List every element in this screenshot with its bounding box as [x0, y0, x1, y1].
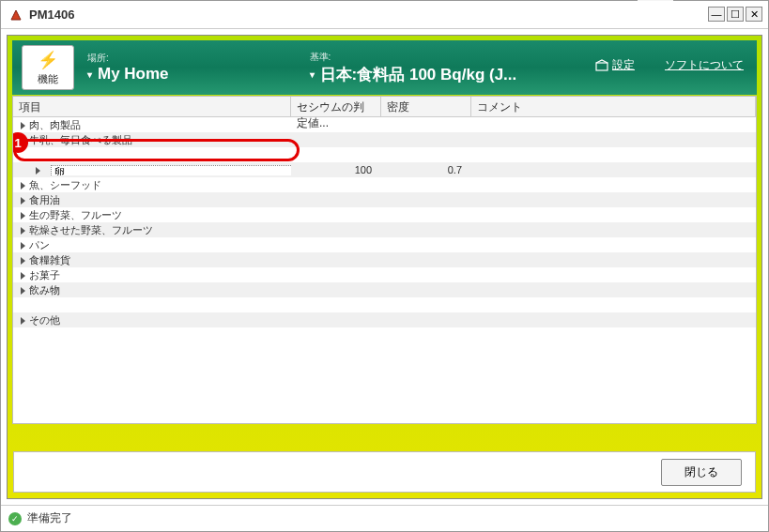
table-row[interactable]: 牛乳、毎日食べる製品: [13, 132, 756, 147]
table-row[interactable]: 食用油: [13, 192, 756, 207]
about-link[interactable]: ソフトについて: [665, 57, 744, 73]
standard-dropdown[interactable]: ▾ 日本:食料品 100 Bq/kg (J...: [310, 64, 517, 85]
table-row[interactable]: その他: [13, 312, 756, 327]
expand-icon: [21, 182, 25, 190]
table-row[interactable]: 魚、シーフッド: [13, 177, 756, 192]
cell-item: お菓子: [13, 268, 291, 282]
table-row[interactable]: パン: [13, 237, 756, 252]
expand-icon: [21, 257, 25, 265]
item-label: 飲み物: [29, 284, 60, 296]
cell-density: 0.7: [381, 164, 471, 175]
location-label: 場所:: [87, 52, 169, 65]
item-label: 乾燥させた野菜、フルーツ: [29, 224, 153, 236]
svg-rect-0: [596, 63, 608, 70]
table-row[interactable]: [13, 147, 756, 162]
cell-cesium: 100: [291, 164, 381, 175]
item-label: 肉、肉製品: [29, 119, 81, 130]
cell-item: 牛乳、毎日食べる製品: [13, 133, 291, 147]
table-row[interactable]: 乾燥させた野菜、フルーツ: [13, 222, 756, 237]
app-icon: [8, 8, 23, 23]
table-row[interactable]: [13, 297, 756, 312]
cell-item: 飲み物: [13, 283, 291, 297]
cell-item: 生の野菜、フルーツ: [13, 208, 291, 222]
cell-item: パン: [13, 238, 291, 252]
cell-item: [13, 164, 291, 175]
box-icon: [595, 59, 608, 72]
item-edit-input[interactable]: [51, 165, 291, 175]
statusbar: ✓ 準備完了: [1, 505, 768, 531]
item-label: 魚、シーフッド: [29, 179, 101, 190]
expand-icon: [21, 122, 25, 129]
column-density[interactable]: 密度: [381, 97, 471, 116]
status-ok-icon: ✓: [8, 512, 22, 525]
expand-icon: [21, 197, 25, 205]
expand-icon: [21, 287, 25, 295]
expand-icon: [21, 242, 25, 250]
function-label: 機能: [38, 72, 58, 86]
bottom-bar: 閉じる: [13, 451, 756, 493]
location-value: My Home: [98, 65, 169, 84]
location-dropdown[interactable]: ▾ My Home: [87, 65, 169, 84]
function-button[interactable]: ⚡ 機能: [22, 45, 74, 90]
cell-item: 乾燥させた野菜、フルーツ: [13, 223, 291, 237]
window-title: PM1406: [29, 8, 74, 22]
close-window-button[interactable]: ✕: [746, 7, 762, 22]
status-text: 準備完了: [27, 510, 72, 526]
item-label: お菓子: [29, 269, 60, 281]
table-row[interactable]: 肉、肉製品: [13, 117, 756, 132]
expand-icon: [21, 272, 25, 280]
caret-down-icon: ▾: [87, 69, 92, 80]
cell-item: 食糧雑貨: [13, 253, 291, 267]
minimize-button[interactable]: —: [708, 7, 725, 22]
maximize-button[interactable]: ☐: [727, 7, 744, 22]
cell-item: その他: [13, 313, 291, 327]
header-band: ⚡ 機能 場所: ▾ My Home 基準: ▾ 日本:食料品 100 Bq/k…: [12, 40, 757, 95]
caret-down-icon: ▾: [310, 69, 315, 80]
expand-icon: [36, 167, 40, 175]
column-cesium[interactable]: セシウムの判定値...: [291, 97, 381, 116]
expand-icon: [21, 212, 25, 220]
table-row[interactable]: 1000.7: [13, 162, 756, 177]
cell-item: 魚、シーフッド: [13, 178, 291, 192]
expand-icon: [21, 227, 25, 235]
standard-value: 日本:食料品 100 Bq/kg (J...: [320, 64, 517, 85]
close-button[interactable]: 閉じる: [661, 459, 742, 486]
column-item[interactable]: 項目: [13, 97, 291, 116]
item-label: 牛乳、毎日食べる製品: [29, 134, 132, 145]
lightning-icon: ⚡: [38, 50, 58, 70]
cell-item: 食用油: [13, 193, 291, 207]
settings-label: 設定: [612, 57, 635, 73]
table-row[interactable]: 飲み物: [13, 282, 756, 297]
standard-label: 基準:: [310, 51, 517, 64]
table-header: 項目 セシウムの判定値... 密度 コメント: [13, 97, 756, 117]
expand-icon: [21, 317, 25, 325]
data-table: 項目 セシウムの判定値... 密度 コメント 肉、肉製品牛乳、毎日食べる製品10…: [12, 96, 757, 424]
settings-link[interactable]: 設定: [595, 57, 635, 73]
column-comment[interactable]: コメント: [471, 97, 756, 116]
item-label: パン: [29, 239, 50, 251]
table-row[interactable]: お菓子: [13, 267, 756, 282]
table-row[interactable]: 食糧雑貨: [13, 252, 756, 267]
item-label: その他: [29, 314, 60, 326]
item-label: 食用油: [29, 194, 60, 205]
item-label: 生の野菜、フルーツ: [29, 209, 122, 220]
titlebar: PM1406 — ☐ ✕: [1, 1, 768, 29]
cell-item: 肉、肉製品: [13, 118, 291, 132]
table-row[interactable]: 生の野菜、フルーツ: [13, 207, 756, 222]
item-label: 食糧雑貨: [29, 254, 70, 266]
